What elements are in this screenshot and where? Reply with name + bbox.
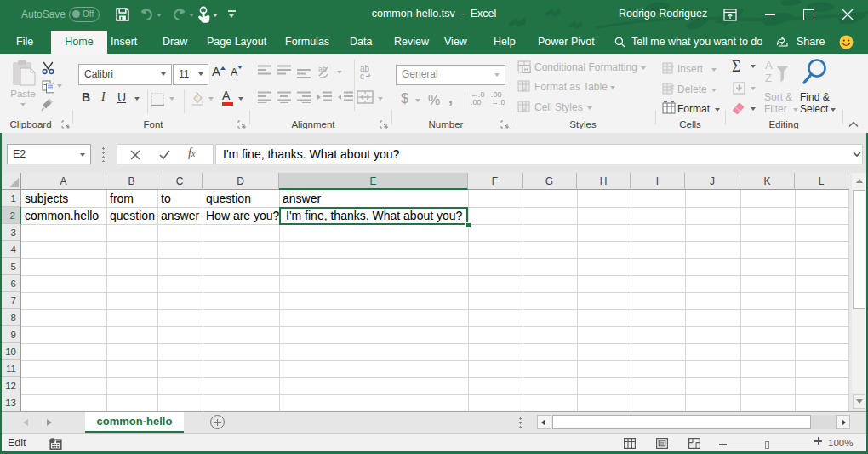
svg-text:ab: ab: [318, 65, 327, 73]
svg-text:c: c: [360, 72, 364, 80]
svg-text:A: A: [765, 59, 773, 72]
svg-text:Z: Z: [765, 72, 772, 84]
